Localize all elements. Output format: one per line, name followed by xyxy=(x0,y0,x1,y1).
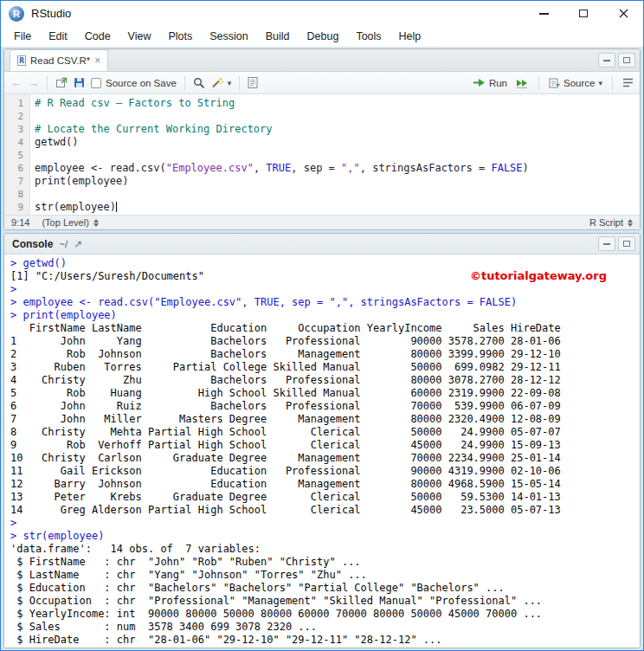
code-text: # R Read csv – Factors to String xyxy=(30,97,235,110)
tab-close-icon[interactable]: × xyxy=(94,55,100,66)
menu-view[interactable]: View xyxy=(119,28,160,45)
console-output-line: $ Occupation : chr "Professional" "Manag… xyxy=(10,595,640,608)
workspace: R Read CSV.R* × ← → xyxy=(1,47,643,650)
r-script-file-icon: R xyxy=(17,55,26,66)
source-pane-buttons xyxy=(598,53,635,68)
title-bar: R RStudio xyxy=(1,1,643,26)
console-input-line: > xyxy=(10,283,640,296)
console-output-line: 6 John Ruiz Bachelors Professional 70000… xyxy=(10,400,640,413)
save-icon[interactable] xyxy=(74,77,85,88)
console-output-line: 2 Rob Johnson Bachelors Management 80000… xyxy=(10,348,640,361)
chevron-down-icon: ▾ xyxy=(598,79,602,87)
editor-line-6[interactable]: 6employee <- read.csv("Employee.csv", TR… xyxy=(4,162,640,175)
console-output-line: 1 John Yang Bachelors Professional 90000… xyxy=(10,335,640,348)
console-input-line: > xyxy=(10,517,640,530)
minimize-pane-button[interactable] xyxy=(598,53,615,68)
minimize-icon xyxy=(539,13,549,15)
console-output[interactable]: > getwd()[1] "C:/Users/Suresh/Documents"… xyxy=(4,255,640,648)
code-text xyxy=(30,188,35,201)
console-output-line: $ Education : chr "Bachelors" "Bachelors… xyxy=(10,582,640,595)
scope-label: (Top Level) xyxy=(42,217,88,228)
code-text: print(employee) xyxy=(30,175,128,188)
console-output-line: $ Sales : num 3578 3400 699 3078 2320 ..… xyxy=(10,621,640,634)
maximize-window-button[interactable] xyxy=(564,1,603,26)
menu-bar: FileEditCodeViewPlotsSessionBuildDebugTo… xyxy=(1,26,643,47)
editor-line-4[interactable]: 4getwd() xyxy=(4,136,640,149)
line-number: 1 xyxy=(4,97,30,110)
chevron-down-icon: ▾ xyxy=(228,79,232,87)
editor-line-2[interactable]: 2 xyxy=(4,110,640,123)
scope-selector[interactable]: (Top Level) xyxy=(42,217,98,228)
minimize-pane-icon xyxy=(603,60,610,61)
source-pane: R Read CSV.R* × ← → xyxy=(3,48,641,230)
minimize-window-button[interactable] xyxy=(524,1,564,26)
updown-icon xyxy=(628,219,633,227)
menu-debug[interactable]: Debug xyxy=(299,28,348,45)
editor-line-7[interactable]: 7print(employee) xyxy=(4,175,640,188)
menu-help[interactable]: Help xyxy=(390,28,430,45)
back-icon[interactable]: ← xyxy=(10,76,22,89)
editor-line-1[interactable]: 1# R Read csv – Factors to String xyxy=(4,97,640,110)
toolbar-separator xyxy=(239,76,240,90)
maximize-pane-icon xyxy=(623,241,630,247)
code-text: # Locate the Current Working Directory xyxy=(30,123,273,136)
menu-edit[interactable]: Edit xyxy=(40,28,76,45)
cursor-position: 9:14 xyxy=(11,217,29,228)
menu-plots[interactable]: Plots xyxy=(159,28,201,45)
maximize-icon xyxy=(579,10,588,17)
compile-report-icon[interactable] xyxy=(248,77,258,88)
maximize-pane-icon xyxy=(623,57,630,63)
tab-read-csv[interactable]: R Read CSV.R* × xyxy=(10,49,108,71)
show-in-new-window-icon[interactable] xyxy=(55,77,68,88)
run-button[interactable]: Run xyxy=(473,78,507,88)
code-editor[interactable]: 1# R Read csv – Factors to String23# Loc… xyxy=(4,94,640,215)
file-type-selector[interactable]: R Script xyxy=(589,217,633,228)
source-button[interactable]: Source ▾ xyxy=(549,78,602,88)
menu-session[interactable]: Session xyxy=(201,28,256,45)
code-tools-button[interactable]: ▾ xyxy=(211,77,232,88)
console-output-line: $ LastName : chr "Yang" "Johnson" "Torre… xyxy=(10,569,640,582)
console-output-line: 13 Peter Krebs Graduate Degree Clerical … xyxy=(10,491,640,504)
console-output-line: 14 Greg Alderson Partial High School Cle… xyxy=(10,504,640,517)
find-replace-icon[interactable] xyxy=(193,77,205,88)
toolbar-separator xyxy=(538,76,539,90)
source-on-save-checkbox[interactable] xyxy=(91,78,101,88)
console-input-line: > employee <- read.csv("Employee.csv", T… xyxy=(10,296,640,309)
editor-line-5[interactable]: 5 xyxy=(4,149,640,162)
console-pane: Console ~/ ↗ > getwd()[1] "C:/Users/Sure… xyxy=(3,233,641,648)
console-output-line: 4 Christy Zhu Bachelors Professional 800… xyxy=(10,374,640,387)
console-output-line: $ HireDate : chr "28-01-06" "29-12-10" "… xyxy=(10,634,640,647)
tab-label: Read CSV.R* xyxy=(30,55,90,66)
toolbar-separator xyxy=(184,76,185,90)
console-output-line: 11 Gail Erickson Education Professional … xyxy=(10,465,640,478)
editor-line-3[interactable]: 3# Locate the Current Working Directory xyxy=(4,123,640,136)
maximize-pane-button[interactable] xyxy=(618,53,635,68)
maximize-pane-button[interactable] xyxy=(618,236,635,251)
console-pane-buttons xyxy=(598,236,635,251)
text-cursor xyxy=(116,202,117,212)
document-outline-icon[interactable] xyxy=(622,78,634,87)
editor-line-9[interactable]: 9str(employee) xyxy=(4,201,640,214)
menu-file[interactable]: File xyxy=(5,28,40,45)
line-number: 7 xyxy=(4,175,30,188)
menu-code[interactable]: Code xyxy=(76,28,119,45)
line-number: 2 xyxy=(4,110,30,123)
editor-status-bar: 9:14 (Top Level) R Script xyxy=(4,215,640,229)
code-text: getwd() xyxy=(30,136,79,149)
close-window-button[interactable] xyxy=(603,1,643,26)
menu-build[interactable]: Build xyxy=(257,28,299,45)
minimize-pane-button[interactable] xyxy=(598,236,615,251)
open-in-new-window-icon[interactable]: ↗ xyxy=(74,238,82,250)
source-on-save-label: Source on Save xyxy=(106,78,177,88)
forward-icon[interactable]: → xyxy=(28,76,39,89)
editor-line-8[interactable]: 8 xyxy=(4,188,640,201)
console-working-directory: ~/ xyxy=(59,239,68,249)
menu-tools[interactable]: Tools xyxy=(347,28,390,45)
rerun-previous-icon[interactable] xyxy=(515,78,529,88)
code-text xyxy=(30,149,35,162)
code-text: str(employee) xyxy=(30,201,117,214)
rstudio-logo-icon: R xyxy=(9,6,24,22)
console-output-line: $ YearlyIncome: int 90000 80000 50000 80… xyxy=(10,608,640,621)
source-label: Source xyxy=(564,78,595,88)
console-output-line: 10 Christy Carlson Graduate Degree Manag… xyxy=(10,452,640,465)
